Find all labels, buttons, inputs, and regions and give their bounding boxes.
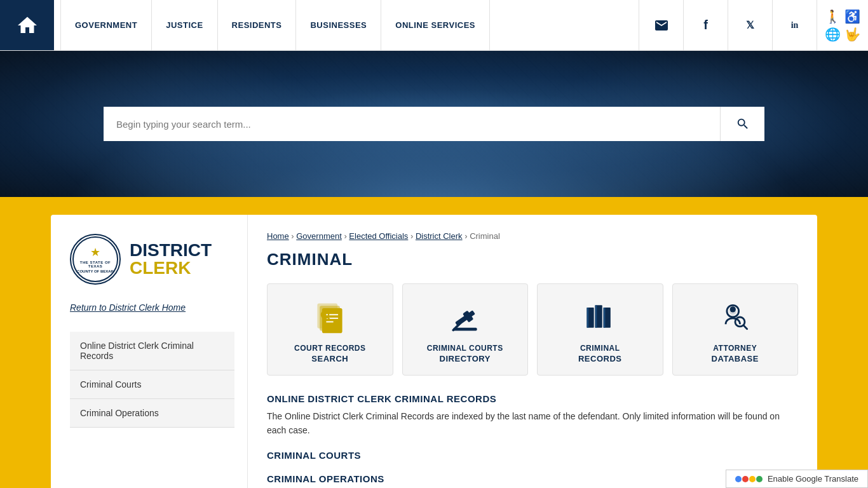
breadcrumb: Home › Government › Elected Officials › … [267, 231, 798, 241]
card-court-records[interactable]: COURT RECORDS SEARCH [267, 283, 393, 376]
translate-icon[interactable]: 🌐 [825, 27, 841, 42]
court-records-icon [312, 299, 348, 335]
card-attorney-database-label-top: ATTORNEY [713, 344, 757, 354]
card-criminal-courts[interactable]: CRIMINAL COURTS DIRECTORY [402, 283, 529, 376]
accessibility-person-icon[interactable]: 🚶 [825, 9, 841, 24]
breadcrumb-home[interactable]: Home [267, 231, 289, 241]
search-input[interactable] [104, 107, 720, 141]
email-icon [654, 18, 669, 33]
search-bar-container [104, 107, 764, 141]
svg-point-20 [729, 306, 735, 312]
seal-text-bot: COUNTY OF BEXAR [77, 269, 114, 273]
google-logo [735, 476, 763, 482]
nav-online-services[interactable]: ONLINE SERVICES [381, 0, 490, 50]
section-criminal-operations-heading: CRIMINAL OPERATIONS [267, 473, 798, 484]
icon-card-grid: COURT RECORDS SEARCH [267, 283, 798, 376]
card-court-records-label-bot: SEARCH [311, 354, 348, 363]
card-criminal-courts-label-bot: DIRECTORY [440, 354, 491, 363]
criminal-courts-icon [447, 299, 483, 335]
attorney-database-icon [717, 299, 753, 335]
card-criminal-courts-label-top: CRIMINAL COURTS [427, 344, 503, 354]
svg-rect-15 [595, 305, 597, 327]
breadcrumb-current: Criminal [470, 231, 500, 241]
nav-linkedin[interactable]: in [772, 0, 817, 50]
county-seal: ★ THE STATE OF TEXAS COUNTY OF BEXAR [70, 234, 121, 285]
svg-line-22 [743, 325, 747, 329]
district-clerk-label: DISTRICT CLERK [130, 241, 212, 277]
content-card: ★ THE STATE OF TEXAS COUNTY OF BEXAR DIS… [51, 215, 817, 488]
return-link[interactable]: Return to District Clerk Home [70, 302, 234, 313]
home-icon [16, 14, 39, 37]
breadcrumb-elected-officials[interactable]: Elected Officials [349, 231, 408, 241]
nav-government[interactable]: GOVERNMENT [60, 0, 152, 50]
hero-section [0, 51, 868, 197]
yellow-accent-strip [0, 197, 868, 215]
sidebar-item-criminal-operations[interactable]: Criminal Operations [70, 399, 234, 428]
accessibility-controls: 🚶 ♿ 🌐 🤟 [817, 0, 868, 50]
card-criminal-records[interactable]: CRIMINAL RECORDS [537, 283, 663, 376]
section-online-records-heading: ONLINE DISTRICT CLERK CRIMINAL RECORDS [267, 393, 798, 404]
nav-twitter[interactable]: 𝕏 [728, 0, 772, 50]
content-area: ★ THE STATE OF TEXAS COUNTY OF BEXAR DIS… [0, 215, 868, 488]
district-word: DISTRICT [130, 241, 212, 259]
criminal-records-icon [582, 299, 618, 335]
accessibility-wheelchair-icon[interactable]: ♿ [844, 9, 860, 24]
svg-rect-2 [323, 309, 342, 332]
card-criminal-records-label-top: CRIMINAL [580, 344, 620, 354]
nav-facebook[interactable]: f [683, 0, 728, 50]
sidebar: ★ THE STATE OF TEXAS COUNTY OF BEXAR DIS… [51, 215, 248, 488]
svg-rect-13 [587, 308, 589, 328]
nav-links: GOVERNMENT JUSTICE RESIDENTS BUSINESSES … [54, 0, 639, 50]
sidebar-logo: ★ THE STATE OF TEXAS COUNTY OF BEXAR DIS… [70, 234, 234, 285]
breadcrumb-government[interactable]: Government [296, 231, 342, 241]
translate-label: Enable Google Translate [768, 474, 858, 484]
nav-businesses[interactable]: BUSINESSES [296, 0, 381, 50]
nav-residents[interactable]: RESIDENTS [218, 0, 297, 50]
card-attorney-database[interactable]: ATTORNEY DATABASE [672, 283, 799, 376]
sidebar-item-criminal-courts[interactable]: Criminal Courts [70, 370, 234, 399]
card-court-records-label-top: COURT RECORDS [294, 344, 366, 354]
nav-email[interactable] [639, 0, 683, 50]
sign-language-icon[interactable]: 🤟 [844, 27, 860, 42]
nav-justice[interactable]: JUSTICE [152, 0, 217, 50]
page-title: CRIMINAL [267, 250, 798, 269]
search-button[interactable] [720, 107, 764, 141]
card-attorney-database-label-bot: DATABASE [712, 354, 759, 363]
seal-star: ★ [90, 245, 100, 259]
breadcrumb-district-clerk[interactable]: District Clerk [416, 231, 463, 241]
svg-rect-17 [604, 308, 606, 328]
main-content: Home › Government › Elected Officials › … [248, 215, 817, 488]
card-criminal-records-label-bot: RECORDS [578, 354, 622, 363]
section-online-records-text: The Online District Clerk Criminal Recor… [267, 409, 798, 438]
nav-social: f 𝕏 in [639, 0, 817, 50]
clerk-word: CLERK [130, 259, 212, 277]
top-navigation: GOVERNMENT JUSTICE RESIDENTS BUSINESSES … [0, 0, 868, 51]
sidebar-item-online-records[interactable]: Online District Clerk Criminal Records [70, 332, 234, 370]
section-criminal-courts-heading: CRIMINAL COURTS [267, 450, 798, 461]
home-button[interactable] [0, 0, 54, 50]
search-icon [736, 117, 750, 131]
seal-text-top: THE STATE OF TEXAS [74, 261, 117, 268]
sidebar-nav: Online District Clerk Criminal Records C… [70, 332, 234, 428]
google-translate-bar[interactable]: Enable Google Translate [726, 470, 868, 488]
